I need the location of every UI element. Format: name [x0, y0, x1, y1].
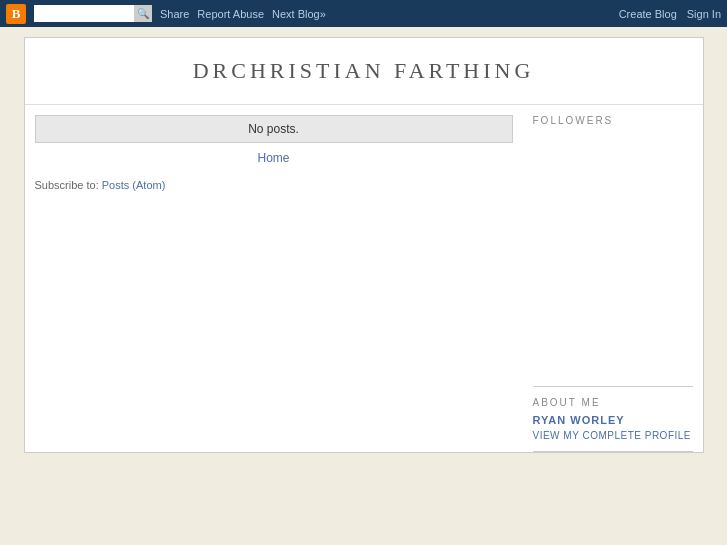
navbar-right: Create Blog Sign In	[619, 8, 721, 20]
next-blog-link[interactable]: Next Blog»	[272, 8, 326, 20]
navbar: B 🔍 Share Report Abuse Next Blog» Create…	[0, 0, 727, 27]
about-me-title: ABOUT ME	[533, 397, 693, 408]
followers-title: FOLLOWERS	[533, 115, 693, 126]
about-me-bottom-border	[533, 451, 693, 452]
about-me-section: ABOUT ME RYAN WORLEY VIEW MY COMPLETE PR…	[533, 386, 693, 452]
blog-header: DRCHRISTIAN FARTHING	[25, 38, 703, 105]
create-blog-link[interactable]: Create Blog	[619, 8, 677, 20]
subscribe-line: Subscribe to: Posts (Atom)	[35, 175, 513, 195]
blog-title: DRCHRISTIAN FARTHING	[35, 58, 693, 84]
profile-name-link[interactable]: RYAN WORLEY	[533, 414, 693, 426]
home-link[interactable]: Home	[257, 151, 289, 165]
search-button[interactable]: 🔍	[134, 5, 152, 22]
followers-section: FOLLOWERS	[533, 115, 693, 126]
main-column: No posts. Home Subscribe to: Posts (Atom…	[35, 115, 513, 452]
content-area: No posts. Home Subscribe to: Posts (Atom…	[25, 105, 703, 452]
sign-in-link[interactable]: Sign In	[687, 8, 721, 20]
subscribe-link[interactable]: Posts (Atom)	[102, 179, 166, 191]
report-abuse-link[interactable]: Report Abuse	[197, 8, 264, 20]
main-wrapper: DRCHRISTIAN FARTHING No posts. Home Subs…	[24, 37, 704, 453]
blogger-logo-letter: B	[12, 6, 21, 22]
home-link-container: Home	[35, 151, 513, 165]
search-input[interactable]	[34, 5, 134, 22]
share-button[interactable]: Share	[160, 8, 189, 20]
subscribe-label: Subscribe to:	[35, 179, 99, 191]
search-icon: 🔍	[137, 8, 149, 19]
no-posts-box: No posts.	[35, 115, 513, 143]
view-complete-profile-link[interactable]: VIEW MY COMPLETE PROFILE	[533, 430, 693, 441]
sidebar: FOLLOWERS ABOUT ME RYAN WORLEY VIEW MY C…	[533, 115, 693, 452]
blogger-logo: B	[6, 4, 26, 24]
search-form: 🔍	[34, 5, 152, 22]
